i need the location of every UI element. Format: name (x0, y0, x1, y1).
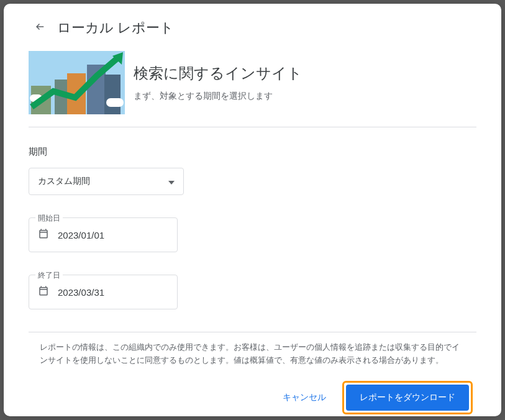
hero-heading: 検索に関するインサイト (134, 63, 303, 83)
divider (29, 332, 476, 332)
calendar-icon (38, 228, 49, 242)
period-label: 期間 (29, 146, 476, 158)
hero-subtext: まず、対象とする期間を選択します (134, 91, 303, 102)
period-select[interactable]: カスタム期間 (29, 168, 184, 195)
download-report-button[interactable]: レポートをダウンロード (346, 385, 469, 411)
footer-area: レポートの情報は、この組織内でのみ使用できます。お客様は、ユーザーの個人情報を追… (29, 332, 476, 414)
back-arrow-icon[interactable] (35, 21, 46, 35)
start-date-field[interactable]: 開始日 2023/01/01 (29, 217, 178, 252)
disclaimer-text: レポートの情報は、この組織内でのみ使用できます。お客様は、ユーザーの個人情報を追… (40, 341, 465, 367)
hero-text: 検索に関するインサイト まず、対象とする期間を選択します (134, 51, 303, 102)
end-date-label: 終了日 (35, 270, 63, 281)
form-area: 期間 カスタム期間 開始日 2023/01/01 終了日 2023/03/31 (29, 127, 476, 309)
end-date-field[interactable]: 終了日 2023/03/31 (29, 275, 178, 309)
period-select-value: カスタム期間 (38, 176, 90, 187)
end-date-value: 2023/03/31 (58, 287, 104, 298)
button-row: キャンセル レポートをダウンロード (29, 381, 476, 414)
calendar-icon (38, 285, 49, 299)
download-highlight: レポートをダウンロード (342, 381, 473, 414)
start-date-label: 開始日 (35, 213, 63, 224)
cancel-button[interactable]: キャンセル (273, 386, 336, 409)
chevron-down-icon (168, 176, 175, 187)
hero-section: 検索に関するインサイト まず、対象とする期間を選択します (29, 51, 476, 114)
dialog-header: ローカル レポート (35, 19, 476, 37)
local-report-dialog: ローカル レポート 検索に関するインサイト まず、対象とする期間を選択します 期… (4, 4, 501, 416)
dialog-title: ローカル レポート (57, 19, 174, 37)
hero-illustration (29, 51, 125, 114)
start-date-value: 2023/01/01 (58, 230, 104, 240)
